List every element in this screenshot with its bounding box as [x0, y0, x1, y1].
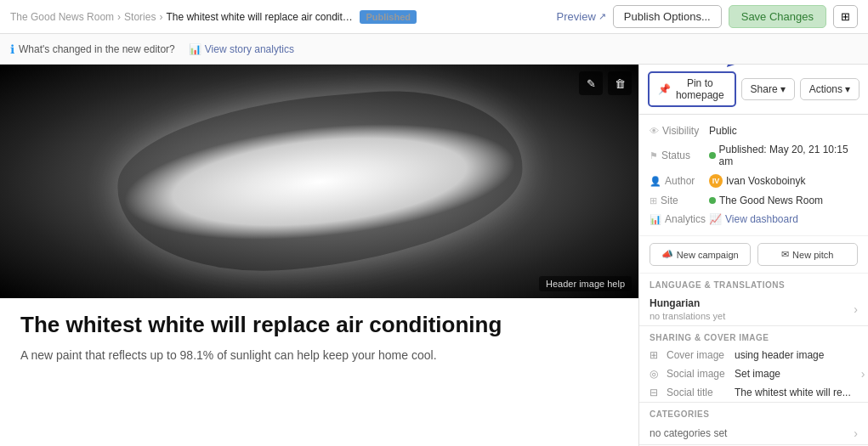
share-button[interactable]: Share ▾ — [741, 78, 795, 100]
pin-icon: 📌 — [658, 83, 671, 95]
author-icon: 👤 — [650, 176, 661, 187]
status-value: Published: May 20, 21 10:15 am — [709, 144, 858, 167]
external-link-icon: ↗ — [599, 11, 606, 22]
top-nav: The Good News Room › Stories › The white… — [0, 0, 868, 34]
main-layout: ✎ 🗑 Header image help The whitest white … — [0, 65, 868, 446]
published-badge: Published — [360, 10, 417, 24]
view-dashboard-link[interactable]: 📈 View dashboard — [709, 213, 798, 225]
actions-button[interactable]: Actions ▾ — [800, 78, 859, 100]
categories-row[interactable]: no categories set › — [639, 422, 868, 444]
breadcrumb-sep2: › — [159, 11, 162, 23]
language-section-header: Language & Translations — [639, 274, 868, 293]
editor-info-text: What's changed in the new editor? — [19, 43, 175, 55]
layout-toggle-button[interactable]: ⊞ — [833, 5, 858, 28]
sharing-section: Sharing & Cover Image ⊞ Cover image usin… — [639, 326, 868, 403]
right-panel: 📌 Pin to homepage Share ▾ Actions ▾ 👁 Vi… — [638, 65, 868, 446]
breadcrumb-sep1: › — [117, 11, 121, 23]
actions-label: Actions — [809, 83, 842, 95]
content-area: ✎ 🗑 Header image help The whitest white … — [0, 65, 638, 446]
edit-image-button[interactable]: ✎ — [579, 71, 603, 95]
author-row: 👤 Author IV Ivan Voskoboinyk — [650, 171, 858, 191]
actions-chevron-icon: ▾ — [845, 83, 850, 95]
nav-actions: Preview ↗ Publish Options... Save Change… — [557, 5, 858, 28]
breadcrumb-stories[interactable]: Stories — [124, 11, 156, 23]
preview-button[interactable]: Preview ↗ — [557, 10, 606, 23]
categories-section: Categories no categories set › — [639, 403, 868, 445]
sub-nav: ℹ What's changed in the new editor? 📊 Vi… — [0, 34, 868, 65]
pencil-icon: ✎ — [587, 77, 596, 90]
analytics-icon: 📊 — [650, 214, 661, 225]
cover-image-value: using header image — [735, 349, 851, 361]
language-sub: no translations yet — [650, 311, 725, 321]
header-image-container: ✎ 🗑 Header image help — [0, 65, 638, 298]
meta-section: 👁 Visibility Public ⚑ Status Published: … — [639, 115, 868, 236]
campaign-pitch-buttons: 📣 New campaign ✉ New pitch — [639, 236, 868, 274]
pin-to-homepage-button[interactable]: 📌 Pin to homepage — [648, 71, 736, 107]
language-section: Language & Translations Hungarian no tra… — [639, 274, 868, 326]
paint-stroke-visual — [109, 77, 530, 285]
new-campaign-button[interactable]: 📣 New campaign — [650, 243, 751, 266]
site-row: ⊞ Site The Good News Room — [650, 191, 858, 210]
analytics-chart-icon: 📊 — [189, 43, 201, 55]
pitch-icon: ✉ — [781, 249, 789, 260]
social-title-value: The whitest white will re... — [735, 387, 851, 398]
visibility-row: 👁 Visibility Public — [650, 121, 858, 140]
info-icon: ℹ — [10, 42, 14, 56]
analytics-meta-label: 📊 Analytics — [650, 213, 709, 225]
analytics-row: 📊 Analytics 📈 View dashboard — [650, 210, 858, 229]
delete-image-button[interactable]: 🗑 — [608, 71, 632, 95]
visibility-icon: 👁 — [650, 126, 659, 136]
cover-image-label: Cover image — [667, 349, 735, 361]
cover-image-row: ⊞ Cover image using header image — [639, 346, 861, 364]
language-section-row[interactable]: Hungarian no translations yet › — [639, 293, 868, 325]
image-overlay-buttons: ✎ 🗑 — [579, 71, 632, 95]
dashboard-chart-icon: 📈 — [709, 213, 722, 225]
article-excerpt: A new paint that reflects up to 98.1% of… — [20, 347, 618, 364]
pin-label: Pin to homepage — [674, 77, 726, 101]
view-analytics-link[interactable]: 📊 View story analytics — [189, 43, 294, 55]
social-title-icon: ⊟ — [650, 387, 667, 398]
social-title-label: Social title — [667, 387, 735, 398]
social-image-label: Social image — [667, 368, 735, 380]
status-dot — [709, 152, 716, 159]
site-value: The Good News Room — [709, 195, 823, 206]
cover-image-icon: ⊞ — [650, 349, 667, 361]
sharing-chevron-icon: › — [861, 367, 865, 381]
publish-options-button[interactable]: Publish Options... — [613, 5, 722, 28]
share-label: Share — [751, 83, 778, 95]
save-changes-button[interactable]: Save Changes — [729, 5, 826, 28]
article-body: The whitest white will replace air condi… — [0, 298, 638, 378]
sharing-rows: ⊞ Cover image using header image ◎ Socia… — [639, 346, 861, 402]
image-help-label: Header image help — [539, 276, 632, 291]
categories-section-header: Categories — [639, 403, 868, 422]
preview-label: Preview — [557, 10, 596, 23]
visibility-value: Public — [709, 125, 737, 137]
author-value: IV Ivan Voskoboinyk — [709, 174, 805, 188]
author-avatar: IV — [709, 174, 723, 188]
social-image-icon: ◎ — [650, 368, 667, 380]
article-title: The whitest white will replace air condi… — [20, 312, 618, 338]
arrow-annotation — [724, 65, 784, 68]
analytics-link-text: View story analytics — [205, 43, 294, 55]
share-chevron-icon: ▾ — [780, 83, 786, 95]
site-label: ⊞ Site — [650, 195, 709, 206]
language-content: Hungarian no translations yet — [650, 297, 725, 321]
breadcrumb-title: The whitest white will replace air condi… — [166, 11, 353, 23]
categories-chevron-icon: › — [854, 426, 858, 440]
sharing-rows-container: ⊞ Cover image using header image ◎ Socia… — [639, 346, 868, 402]
right-panel-top: 📌 Pin to homepage Share ▾ Actions ▾ — [639, 65, 868, 115]
breadcrumb-room[interactable]: The Good News Room — [10, 11, 114, 23]
sharing-section-header: Sharing & Cover Image — [639, 326, 868, 346]
trash-icon: 🗑 — [615, 77, 626, 90]
new-pitch-button[interactable]: ✉ New pitch — [757, 243, 859, 266]
header-image — [0, 65, 638, 298]
visibility-label: 👁 Visibility — [650, 125, 709, 137]
editor-info: ℹ What's changed in the new editor? — [10, 42, 175, 56]
status-label: ⚑ Status — [650, 150, 709, 161]
campaign-icon: 📣 — [661, 249, 673, 260]
layout-icon: ⊞ — [841, 10, 850, 23]
breadcrumb: The Good News Room › Stories › The white… — [10, 10, 417, 24]
categories-value: no categories set — [650, 427, 727, 439]
social-title-row: ⊟ Social title The whitest white will re… — [639, 383, 861, 402]
social-image-value: Set image — [735, 368, 851, 380]
